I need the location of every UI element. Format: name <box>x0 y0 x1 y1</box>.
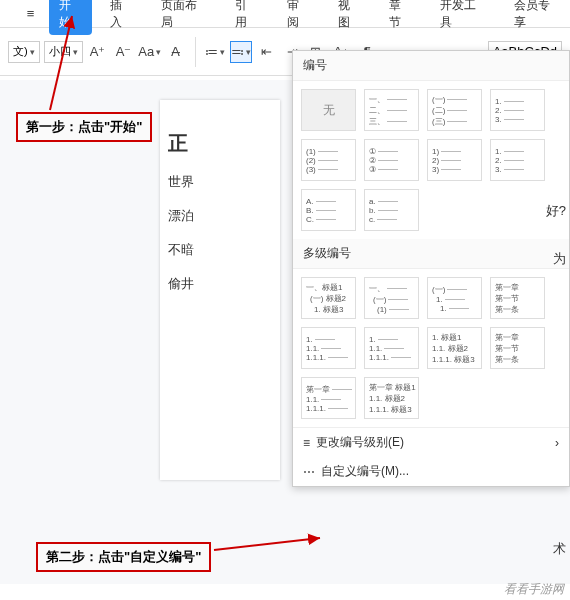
multilevel-option[interactable]: 第一章第一节第一条 <box>490 327 545 369</box>
file-menu-icon[interactable]: ≡ <box>20 3 41 25</box>
numbering-option[interactable]: (1)(2)(3) <box>301 139 356 181</box>
font-family-select[interactable]: 文) <box>8 41 40 63</box>
chevron-right-icon: › <box>555 436 559 450</box>
numbering-option[interactable]: (一)(二)(三) <box>427 89 482 131</box>
numbering-option[interactable]: 1.2.3. <box>490 139 545 181</box>
multilevel-option[interactable]: 第一章第一节第一条 <box>490 277 545 319</box>
panel-section-numbering: 编号 <box>293 51 569 81</box>
numbering-option[interactable]: 1)2)3) <box>427 139 482 181</box>
multilevel-option[interactable]: 1. 标题11.1. 标题21.1.1. 标题3 <box>427 327 482 369</box>
callout-step1: 第一步：点击"开始" <box>16 112 152 142</box>
tab-chapter[interactable]: 章节 <box>379 0 422 35</box>
numbering-option[interactable]: 一、二、三、 <box>364 89 419 131</box>
panel-footer: ≡ 更改编号级别(E) › ⋯ 自定义编号(M)... <box>293 427 569 486</box>
panel-section-multilevel: 多级编号 <box>293 239 569 269</box>
multilevel-option[interactable]: 一、(一)(1) <box>364 277 419 319</box>
doc-line: 漂泊 <box>168 207 272 225</box>
numbering-option[interactable]: a.b.c. <box>364 189 419 231</box>
doc-fragment: 术 <box>553 540 566 558</box>
multilevel-option[interactable]: (一)1.1. <box>427 277 482 319</box>
doc-line: 世界 <box>168 173 272 191</box>
tab-view[interactable]: 视图 <box>328 0 371 35</box>
doc-title: 正 <box>168 130 272 157</box>
tab-start[interactable]: 开始 <box>49 0 92 35</box>
numbering-option[interactable]: A.B.C. <box>301 189 356 231</box>
ellipsis-icon: ⋯ <box>303 465 315 479</box>
tab-member[interactable]: 会员专享 <box>504 0 570 35</box>
doc-fragment: 为 <box>553 250 566 268</box>
increase-font-button[interactable]: A⁺ <box>87 41 109 63</box>
ribbon-tabs: ≡ 开始 插入 页面布局 引用 审阅 视图 章节 开发工具 会员专享 <box>0 0 570 28</box>
indent-level-icon: ≡ <box>303 436 310 450</box>
change-number-level-item[interactable]: ≡ 更改编号级别(E) › <box>293 428 569 457</box>
change-case-button[interactable]: Aa <box>139 41 161 63</box>
multilevel-option[interactable]: 一、标题1(一) 标题21. 标题3 <box>301 277 356 319</box>
separator <box>195 37 196 67</box>
decrease-indent-button[interactable]: ⇤ <box>256 41 278 63</box>
numbering-option[interactable]: 1.2.3. <box>490 89 545 131</box>
tab-insert[interactable]: 插入 <box>100 0 143 35</box>
doc-fragment: 好? <box>546 202 566 220</box>
custom-numbering-item[interactable]: ⋯ 自定义编号(M)... <box>293 457 569 486</box>
multilevel-option[interactable]: 第一章1.1.1.1.1. <box>301 377 356 419</box>
multilevel-option[interactable]: 1.1.1.1.1.1. <box>301 327 356 369</box>
bullet-list-button[interactable]: ≔ <box>204 41 226 63</box>
custom-number-label: 自定义编号(M)... <box>321 463 409 480</box>
tab-review[interactable]: 审阅 <box>277 0 320 35</box>
tab-reference[interactable]: 引用 <box>225 0 268 35</box>
numbering-option-none[interactable]: 无 <box>301 89 356 131</box>
clear-format-button[interactable]: A̶ <box>165 41 187 63</box>
doc-line: 偷井 <box>168 275 272 293</box>
numbering-button[interactable]: ≕ <box>230 41 252 63</box>
font-size-select[interactable]: 小四 <box>44 41 83 63</box>
decrease-font-button[interactable]: A⁻ <box>113 41 135 63</box>
multilevel-grid: 一、标题1(一) 标题21. 标题3 一、(一)(1) (一)1.1. 第一章第… <box>293 269 569 427</box>
watermark: 看看手游网 <box>504 581 564 598</box>
tab-layout[interactable]: 页面布局 <box>151 0 217 35</box>
tab-dev[interactable]: 开发工具 <box>430 0 496 35</box>
change-level-label: 更改编号级别(E) <box>316 434 404 451</box>
numbering-dropdown-panel: 编号 无 一、二、三、 (一)(二)(三) 1.2.3. (1)(2)(3) ①… <box>292 50 570 487</box>
document-page[interactable]: 正 世界 漂泊 不暗 偷井 <box>160 100 280 480</box>
doc-line: 不暗 <box>168 241 272 259</box>
multilevel-option[interactable]: 第一章 标题11.1. 标题21.1.1. 标题3 <box>364 377 419 419</box>
callout-step2: 第二步：点击"自定义编号" <box>36 542 211 572</box>
numbering-grid: 无 一、二、三、 (一)(二)(三) 1.2.3. (1)(2)(3) ①②③ … <box>293 81 569 239</box>
multilevel-option[interactable]: 1.1.1.1.1.1. <box>364 327 419 369</box>
numbering-option[interactable]: ①②③ <box>364 139 419 181</box>
